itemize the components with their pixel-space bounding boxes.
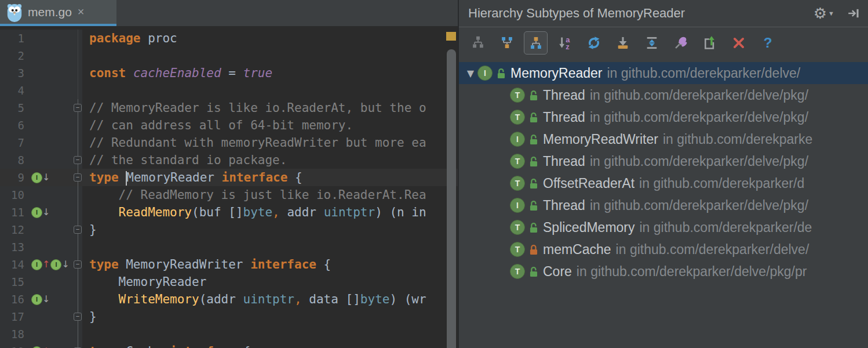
code-text: [82, 325, 458, 343]
hierarchy-title: Hierarchy Subtypes of MemoryReader: [468, 6, 814, 21]
fold-marker-icon[interactable]: −: [74, 313, 82, 321]
code-line[interactable]: 7// Redundant with memoryReadWriter but …: [0, 134, 458, 151]
refresh-icon[interactable]: [582, 31, 606, 55]
class-hierarchy-icon[interactable]: [466, 31, 490, 55]
code-line[interactable]: 12−}: [0, 221, 458, 238]
interface-circle-icon: I: [50, 259, 61, 270]
tree-row-location: in github.com/derekparker/delve/: [607, 66, 801, 81]
public-lock-icon: [529, 222, 538, 233]
code-line[interactable]: 4: [0, 82, 458, 99]
code-token: type: [89, 258, 119, 271]
fold-marker-icon[interactable]: −: [74, 104, 82, 112]
code-token: Cache: [119, 345, 170, 348]
line-number: 10: [0, 186, 29, 204]
code-text: }: [82, 221, 458, 238]
fold-marker-icon[interactable]: −: [74, 156, 82, 164]
code-token: [119, 171, 126, 184]
tab-close-icon[interactable]: ×: [78, 5, 85, 19]
help-icon[interactable]: ?: [756, 31, 779, 55]
tree-row[interactable]: ▼IMemoryReaderin github.com/derekparker/…: [459, 62, 868, 84]
code-line[interactable]: 1package proc: [0, 30, 458, 47]
code-line[interactable]: 18: [0, 325, 458, 343]
line-number: 19: [0, 343, 29, 348]
code-line[interactable]: 9I↓−type MemoryReader interface {: [0, 169, 458, 186]
fold-strip: −: [65, 169, 82, 186]
subtypes-hierarchy-icon[interactable]: [524, 31, 548, 55]
download-icon[interactable]: [611, 31, 634, 55]
tree-row[interactable]: IThreadin github.com/derekparker/delve/p…: [459, 194, 868, 216]
gutter-icons: [29, 64, 65, 82]
svg-text:z: z: [566, 42, 570, 50]
code-line[interactable]: 13: [0, 238, 458, 256]
code-line[interactable]: 15 MemoryReader: [0, 273, 458, 291]
type-icon: T: [510, 110, 525, 125]
tree-row[interactable]: TThreadin github.com/derekparker/delve/p…: [459, 150, 868, 172]
public-lock-icon: [497, 68, 506, 79]
hide-panel-icon[interactable]: [847, 7, 860, 20]
tree-row-location: in github.com/derekparker/de: [640, 220, 812, 235]
code-line[interactable]: 2: [0, 47, 458, 64]
code-line[interactable]: 6// can address all of 64-bit memory.: [0, 117, 458, 134]
tree-row[interactable]: TOffsetReaderAtin github.com/derekparker…: [459, 172, 868, 194]
code-line[interactable]: 14I↑I↓−type MemoryReadWriter interface {: [0, 256, 458, 273]
tree-row[interactable]: TmemCachein github.com/derekparker/delve…: [459, 238, 868, 260]
fold-strip: −: [65, 256, 82, 273]
error-stripe-marker[interactable]: [446, 32, 456, 41]
line-number: 1: [0, 30, 29, 47]
implemented-by-marker-icon[interactable]: I↓: [31, 294, 50, 305]
export-icon[interactable]: [698, 31, 721, 55]
code-text: // MemoryReader is like io.ReaderAt, but…: [82, 99, 458, 117]
tree-row-name: Thread: [543, 198, 585, 213]
tree-row[interactable]: TCorein github.com/derekparker/delve/pkg…: [459, 260, 868, 282]
code-line[interactable]: 5−// MemoryReader is like io.ReaderAt, b…: [0, 99, 458, 117]
close-icon[interactable]: [727, 31, 750, 55]
gear-icon[interactable]: ⚙▼: [814, 6, 834, 21]
public-lock-icon: [529, 156, 538, 167]
expand-triangle-icon[interactable]: ▼: [464, 68, 477, 79]
scrollbar-thumb[interactable]: [447, 49, 456, 348]
editor-gutter: 17−: [0, 308, 82, 325]
line-number: 5: [0, 99, 29, 117]
tree-row[interactable]: TThreadin github.com/derekparker/delve/p…: [459, 84, 868, 106]
fold-marker-icon[interactable]: −: [74, 260, 82, 269]
pin-icon[interactable]: [669, 31, 692, 55]
fold-strip: [65, 291, 82, 308]
code-token: type: [89, 345, 119, 348]
gutter-icons: I↑: [29, 343, 65, 348]
code-line[interactable]: 3const cacheEnabled = true: [0, 64, 458, 82]
fold-strip: −: [65, 151, 82, 169]
expand-collapse-icon[interactable]: [640, 31, 663, 55]
editor-gutter: 9I↓−: [0, 169, 82, 186]
tree-row[interactable]: TSplicedMemoryin github.com/derekparker/…: [459, 216, 868, 238]
editor-scrollbar[interactable]: [445, 30, 458, 348]
tree-row-location: in github.com/derekparker/delve/pkg/: [590, 198, 808, 213]
code-line[interactable]: 10 // ReadMemory is just like io.ReaderA…: [0, 186, 458, 204]
implemented-by-marker-icon[interactable]: I↓: [31, 172, 50, 183]
implements-marker-icon[interactable]: I↑: [31, 259, 50, 270]
implements-marker-icon[interactable]: I↑: [31, 346, 50, 348]
public-lock-icon: [529, 178, 538, 189]
hierarchy-tree: ▼IMemoryReaderin github.com/derekparker/…: [459, 59, 868, 348]
code-line[interactable]: 11I↓ ReadMemory(buf []byte, addr uintptr…: [0, 204, 458, 221]
code-line[interactable]: 17−}: [0, 308, 458, 325]
sort-alphabetically-icon[interactable]: a z: [553, 31, 577, 55]
editor-body[interactable]: 1package proc23const cacheEnabled = true…: [0, 26, 458, 348]
code-token: uintptr: [243, 292, 295, 306]
tree-row[interactable]: TThreadin github.com/derekparker/delve/p…: [459, 106, 868, 128]
code-line[interactable]: 19I↑−type Cache interface {: [0, 343, 458, 348]
editor-gutter: 11I↓: [0, 204, 82, 221]
tree-row[interactable]: IMemoryReadWriterin github.com/derekpark…: [459, 128, 868, 150]
interface-circle-icon: I: [31, 294, 42, 305]
tree-row-name: Core: [543, 264, 572, 280]
fold-marker-icon[interactable]: −: [74, 173, 82, 182]
implemented-by-marker-icon[interactable]: I↓: [31, 207, 50, 218]
code-line[interactable]: 8−// the standard io package.: [0, 151, 458, 169]
fold-marker-icon[interactable]: −: [74, 226, 82, 234]
code-token: {: [236, 345, 250, 348]
code-text: [82, 238, 458, 256]
code-line[interactable]: 16I↓ WriteMemory(addr uintptr, data []by…: [0, 291, 458, 308]
code-text: // ReadMemory is just like io.ReaderAt.R…: [82, 186, 458, 204]
tab-mem-go[interactable]: mem.go ×: [0, 0, 116, 26]
supertypes-hierarchy-icon[interactable]: [495, 31, 519, 55]
tree-row-name: Thread: [543, 88, 585, 103]
